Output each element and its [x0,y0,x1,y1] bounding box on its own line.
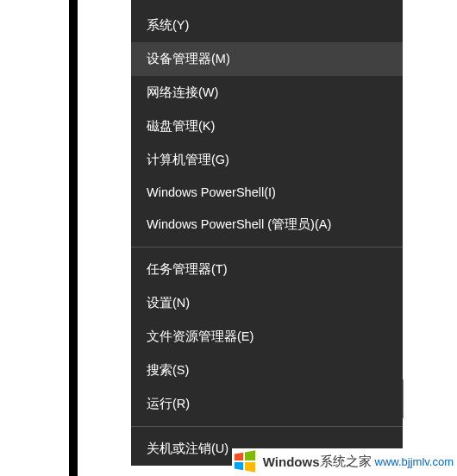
menu-item-computer-management[interactable]: 计算机管理(G) [131,143,403,177]
menu-item-settings[interactable]: 设置(N) [131,286,403,320]
menu-item-file-explorer[interactable]: 文件资源管理器(E) [131,320,403,354]
svg-marker-1 [245,450,255,460]
menu-item-run[interactable]: 运行(R) [131,387,403,421]
watermark-brand: Windows [263,454,320,469]
menu-separator [131,426,403,427]
watermark-url: www.bjjmlv.com [375,455,454,468]
left-white-strip [78,0,93,476]
menu-item-powershell[interactable]: Windows PowerShell(I) [131,177,403,208]
right-divider-line [403,379,404,418]
menu-item-powershell-admin[interactable]: Windows PowerShell (管理员)(A) [131,208,403,241]
svg-marker-0 [235,453,243,460]
menu-item-disk-management[interactable]: 磁盘管理(K) [131,110,403,143]
watermark-suffix: 系统之家 [320,454,372,470]
menu-item-search[interactable]: 搜索(S) [131,354,403,387]
svg-marker-2 [235,462,243,470]
menu-item-device-manager[interactable]: 设备管理器(M) [131,42,403,76]
left-dark-strip [69,0,78,476]
menu-separator [131,247,403,247]
winx-context-menu: 系统(Y)设备管理器(M)网络连接(W)磁盘管理(K)计算机管理(G)Windo… [131,0,403,466]
svg-marker-3 [245,462,255,473]
menu-item-task-manager[interactable]: 任务管理器(T) [131,253,403,286]
watermark: Windows 系统之家 www.bjjmlv.com [232,448,454,474]
windows-logo-icon [232,448,258,474]
menu-item-system[interactable]: 系统(Y) [131,9,403,42]
menu-item-network-connections[interactable]: 网络连接(W) [131,76,403,110]
